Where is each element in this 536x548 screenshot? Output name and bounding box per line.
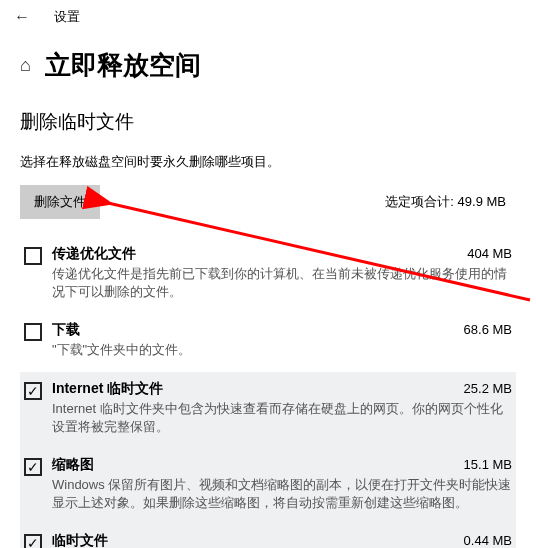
item-size: 25.2 MB: [464, 381, 512, 396]
item-list: 传递优化文件 404 MB 传递优化文件是指先前已下载到你的计算机、在当前未被传…: [20, 237, 516, 548]
checkbox[interactable]: [24, 534, 42, 548]
item-size: 68.6 MB: [464, 322, 512, 337]
section-heading: 删除临时文件: [20, 109, 516, 135]
item-desc: 传递优化文件是指先前已下载到你的计算机、在当前未被传递优化服务使用的情况下可以删…: [52, 265, 512, 301]
item-size: 15.1 MB: [464, 457, 512, 472]
checkbox[interactable]: [24, 458, 42, 476]
back-arrow-icon[interactable]: ←: [8, 6, 36, 28]
item-title: 临时文件: [52, 532, 108, 548]
checkbox[interactable]: [24, 323, 42, 341]
item-title: 下载: [52, 321, 80, 339]
topbar: ← 设置: [0, 0, 536, 34]
settings-label: 设置: [54, 8, 80, 26]
item-title: Internet 临时文件: [52, 380, 163, 398]
page-title: 立即释放空间: [45, 48, 201, 83]
list-item[interactable]: Internet 临时文件 25.2 MB Internet 临时文件夹中包含为…: [20, 372, 516, 448]
item-desc: Windows 保留所有图片、视频和文档缩略图的副本，以便在打开文件夹时能快速显…: [52, 476, 512, 512]
item-size: 404 MB: [467, 246, 512, 261]
instruction-text: 选择在释放磁盘空间时要永久删除哪些项目。: [20, 153, 516, 171]
home-icon[interactable]: ⌂: [20, 55, 31, 76]
checkbox[interactable]: [24, 382, 42, 400]
list-item[interactable]: 缩略图 15.1 MB Windows 保留所有图片、视频和文档缩略图的副本，以…: [20, 448, 516, 524]
list-item[interactable]: 传递优化文件 404 MB 传递优化文件是指先前已下载到你的计算机、在当前未被传…: [20, 237, 516, 313]
item-title: 传递优化文件: [52, 245, 136, 263]
item-title: 缩略图: [52, 456, 94, 474]
selected-total-label: 选定项合计: 49.9 MB: [385, 193, 506, 211]
action-row: 删除文件 选定项合计: 49.9 MB: [20, 185, 516, 219]
list-item[interactable]: 下载 68.6 MB "下载"文件夹中的文件。: [20, 313, 516, 371]
list-item[interactable]: 临时文件 0.44 MB: [20, 524, 516, 548]
item-desc: "下载"文件夹中的文件。: [52, 341, 512, 359]
title-row: ⌂ 立即释放空间: [0, 34, 536, 101]
checkbox[interactable]: [24, 247, 42, 265]
item-size: 0.44 MB: [464, 533, 512, 548]
delete-files-button[interactable]: 删除文件: [20, 185, 100, 219]
item-desc: Internet 临时文件夹中包含为快速查看而存储在硬盘上的网页。你的网页个性化…: [52, 400, 512, 436]
